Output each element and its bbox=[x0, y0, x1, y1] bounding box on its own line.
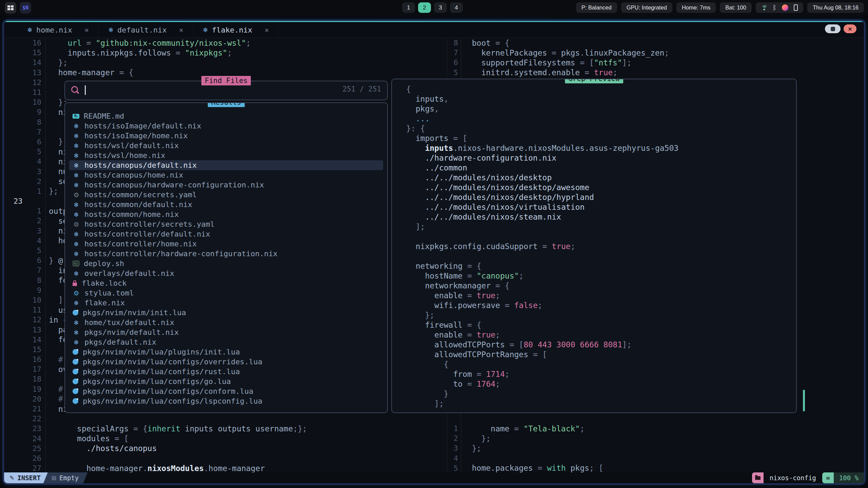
result-row[interactable]: ⚙hosts/common/secrets.yaml bbox=[69, 190, 383, 200]
result-row[interactable]: ❄hosts/wsl/home.nix bbox=[69, 150, 383, 160]
code-token: = bbox=[462, 380, 477, 388]
result-label: pkgs/nvim/nvim/lua/configs/lspconfig.lua bbox=[83, 397, 262, 405]
line-number: 15 bbox=[14, 48, 41, 57]
line-number: 24 bbox=[14, 434, 41, 443]
result-label: hosts/common/secrets.yaml bbox=[84, 190, 197, 199]
result-row[interactable]: ❄hosts/wsl/default.nix bbox=[69, 141, 383, 150]
code-line: networkmanager = { bbox=[399, 281, 793, 290]
result-row[interactable]: pkgs/nvim/nvim/init.lua bbox=[69, 308, 383, 318]
result-row[interactable]: ❄hosts/canopus/home.nix bbox=[69, 170, 383, 180]
code-token: = bbox=[462, 271, 477, 280]
result-row[interactable]: ❄hosts/isoImage/default.nix bbox=[69, 121, 383, 131]
tab-home.nix[interactable]: ❄home.nix× bbox=[18, 22, 99, 38]
code-text: imports = [ bbox=[406, 134, 467, 143]
phone-icon[interactable] bbox=[794, 4, 798, 11]
code-token: ]; bbox=[406, 399, 444, 408]
line-number: 2 bbox=[449, 434, 458, 443]
browser-icon[interactable] bbox=[782, 4, 788, 11]
nix-file-icon: ❄ bbox=[73, 152, 80, 159]
result-row[interactable]: ❄hosts/common/default.nix bbox=[69, 200, 383, 209]
result-label: hosts/common/default.nix bbox=[84, 200, 192, 209]
code-token: ../../modules/nixos/steam.nix bbox=[406, 212, 561, 221]
wifi-icon[interactable] bbox=[761, 5, 767, 10]
result-row[interactable]: pkgs/nvim/nvim/lua/configs/go.lua bbox=[69, 377, 383, 386]
result-row[interactable]: ❄overlays/default.nix bbox=[69, 268, 383, 278]
result-row[interactable]: ❄home/tux/default.nix bbox=[69, 318, 383, 327]
workspace-button-3[interactable]: 3 bbox=[434, 2, 447, 13]
result-row[interactable]: ❄pkgs/nvim/default.nix bbox=[69, 327, 383, 337]
result-row[interactable]: ⚙stylua.toml bbox=[69, 288, 383, 298]
line-number: 14 bbox=[14, 58, 41, 67]
code-token: # bbox=[49, 355, 63, 364]
tab-close-icon[interactable]: × bbox=[84, 26, 89, 34]
code-line: enable = true; bbox=[399, 330, 793, 340]
buffer-label: Empty bbox=[59, 474, 79, 482]
code-line: wifi.powersave = false; bbox=[399, 300, 793, 310]
find-files-prompt[interactable]: Find Files 251 / 251 bbox=[64, 81, 388, 100]
result-row[interactable]: ❄hosts/controller/default.nix bbox=[69, 229, 383, 239]
tab-close-icon[interactable]: × bbox=[179, 26, 183, 34]
result-row[interactable]: pkgs/nvim/nvim/lua/configs/conform.lua bbox=[69, 386, 383, 396]
code-token: }; bbox=[49, 58, 67, 67]
window-pin-button[interactable] bbox=[825, 24, 841, 33]
code-token: ./hosts/canopus bbox=[49, 444, 157, 453]
status-module[interactable]: Bat: 100 bbox=[720, 2, 751, 13]
status-module[interactable]: P: Balanced bbox=[576, 2, 617, 13]
tab-close-icon[interactable]: × bbox=[264, 26, 269, 34]
result-row[interactable]: ❄flake.nix bbox=[69, 298, 383, 308]
result-label: hosts/canopus/default.nix bbox=[84, 161, 197, 169]
code-text: home-manager = { bbox=[49, 68, 133, 77]
result-row[interactable]: ❄pkgs/default.nix bbox=[69, 337, 383, 347]
line-number: 21 bbox=[14, 405, 41, 413]
result-row[interactable]: pkgs/nvim/nvim/lua/configs/lspconfig.lua bbox=[69, 396, 383, 406]
result-label: stylua.toml bbox=[84, 289, 134, 297]
code-token: ; bbox=[580, 424, 585, 433]
result-row[interactable]: flake.lock bbox=[69, 278, 383, 288]
result-row[interactable]: ❄hosts/common/home.nix bbox=[69, 209, 383, 219]
code-line: ../../modules/nixos/desktop/awesome bbox=[399, 182, 793, 192]
code-token: . bbox=[204, 464, 209, 472]
workspace-button-4[interactable]: 4 bbox=[450, 2, 463, 13]
code-token: 80 443 3000 6666 8081 bbox=[524, 340, 622, 349]
mode-label: INSERT bbox=[17, 474, 41, 482]
workspace-switcher: 1234 bbox=[402, 2, 463, 13]
clock[interactable]: Thu Aug 08, 18:16 bbox=[807, 2, 864, 13]
result-row[interactable]: ❄hosts/canopus/default.nix bbox=[69, 160, 383, 170]
code-line: { bbox=[399, 84, 793, 94]
code-token: hostName bbox=[406, 271, 462, 280]
result-row[interactable]: pkgs/nvim/nvim/lua/configs/overrides.lua bbox=[69, 357, 383, 367]
result-row[interactable]: pkgs/nvim/nvim/lua/plugins/init.lua bbox=[69, 347, 383, 357]
status-module[interactable]: GPU: Integrated bbox=[621, 2, 672, 13]
window-close-button[interactable]: × bbox=[844, 24, 856, 33]
result-row[interactable]: M↓README.md bbox=[69, 111, 383, 121]
status-module[interactable]: Home: 7ms bbox=[676, 2, 716, 13]
launcher-button[interactable] bbox=[5, 2, 16, 14]
result-label: README.md bbox=[84, 112, 124, 120]
result-row[interactable]: ❄hosts/canopus/hardware-configuration.ni… bbox=[69, 180, 383, 190]
code-line: ../../modules/nixos/virtualisation bbox=[399, 202, 793, 212]
result-label: hosts/canopus/hardware-configuration.nix bbox=[84, 181, 264, 189]
result-row[interactable]: pkgs/nvim/nvim/lua/configs/rust.lua bbox=[69, 367, 383, 377]
bluetooth-icon[interactable]: ᛒ bbox=[773, 5, 776, 10]
nix-logo-button[interactable]: $N bbox=[20, 2, 31, 14]
workspace-button-2[interactable]: 2 bbox=[418, 2, 431, 13]
code-line: 23 specialArgs = {inherit inputs outputs… bbox=[4, 424, 447, 433]
code-line: firewall = { bbox=[399, 320, 793, 330]
code-line: 14 }; bbox=[4, 58, 447, 67]
tab-flake.nix[interactable]: ❄flake.nix× bbox=[193, 22, 279, 38]
code-line: ../../modules/nixos/desktop/hyprland bbox=[399, 192, 793, 202]
code-line: 25 ./hosts/canopus bbox=[4, 444, 447, 453]
line-number: 3 bbox=[449, 444, 458, 452]
tab-default.nix[interactable]: ❄default.nix× bbox=[99, 22, 193, 38]
result-row[interactable]: ❄hosts/controller/hardware-configuration… bbox=[69, 249, 383, 259]
folder-icon bbox=[755, 476, 761, 480]
result-row[interactable]: ❄hosts/controller/home.nix bbox=[69, 239, 383, 249]
workspace-button-1[interactable]: 1 bbox=[402, 2, 415, 13]
code-token: ; bbox=[505, 370, 510, 379]
result-row[interactable]: ❄hosts/isoImage/home.nix bbox=[69, 131, 383, 141]
line-number: 7 bbox=[14, 128, 41, 136]
result-row[interactable]: ›_deploy.sh bbox=[69, 259, 383, 268]
result-row[interactable]: ⚙hosts/controller/secrets.yaml bbox=[69, 219, 383, 229]
preview-scrollbar[interactable] bbox=[803, 390, 805, 411]
code-text: wifi.powersave = false; bbox=[406, 301, 542, 310]
